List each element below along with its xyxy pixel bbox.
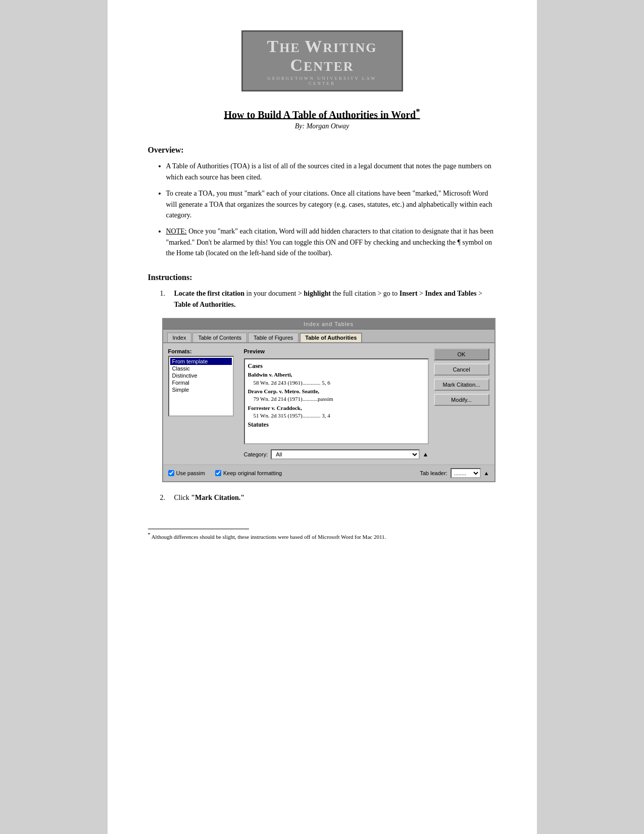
- tab-contents[interactable]: Table of Contents: [192, 333, 247, 342]
- page: THE WRITING CENTER Georgetown University…: [108, 0, 537, 834]
- logo-letter-c: C: [290, 56, 304, 74]
- tab-figures[interactable]: Table of Figures: [248, 333, 299, 342]
- preview-entry-1: Dravo Corp. v. Metro. Seattle, 79 Wn. 2d…: [248, 388, 425, 403]
- byline: By: Morgan Otway: [148, 122, 497, 130]
- category-label: Category:: [244, 451, 268, 457]
- footnote-marker: *: [416, 107, 420, 116]
- format-simple[interactable]: Simple: [170, 386, 232, 393]
- footer-note: * Although differences should be slight,…: [148, 531, 497, 541]
- logo-enter: ENTER: [304, 59, 354, 74]
- bullet-1: A Table of Authorities (TOA) is a list o…: [166, 161, 497, 182]
- dialog-titlebar: Index and Tables: [163, 319, 494, 330]
- category-select[interactable]: All: [271, 449, 419, 459]
- logo-riting: RITING: [323, 40, 377, 55]
- note-label: NOTE:: [166, 227, 187, 235]
- preview-case-2-detail: 51 Wn. 2d 315 (1957)............. 3, 4: [248, 412, 330, 419]
- modify-button[interactable]: Modify...: [434, 394, 489, 406]
- step-2-click: Click: [174, 494, 191, 501]
- step-1-mid4: >: [478, 290, 482, 297]
- preview-case-1-detail: 79 Wn. 2d 214 (1971)...........passim: [248, 396, 333, 402]
- step-2-number: 2.: [160, 492, 174, 503]
- logo-he: HE: [279, 40, 305, 55]
- tab-leader-select[interactable]: ........: [451, 468, 481, 478]
- keep-formatting-group: Keep original formatting: [215, 470, 282, 476]
- dialog-body: Formats: From template Classic Distincti…: [163, 343, 494, 465]
- instructions-header: Instructions:: [148, 273, 497, 282]
- dialog-middle-panel: Preview Cases Baldwin v. Alberti, 58 Wn.…: [244, 348, 429, 459]
- preview-entry-0: Baldwin v. Alberti, 58 Wn. 2d 243 (1961)…: [248, 371, 425, 387]
- keep-formatting-label: Keep original formatting: [223, 470, 282, 476]
- preview-case-0-name: Baldwin v. Alberti,: [248, 372, 292, 378]
- step-1: 1. Locate the first citation in your doc…: [160, 288, 497, 310]
- step-1-mid3: >: [419, 290, 425, 297]
- bullet-2: To create a TOA, you must "mark" each of…: [166, 188, 497, 221]
- formats-label: Formats:: [168, 348, 239, 354]
- mark-citation-button[interactable]: Mark Citation...: [434, 379, 489, 391]
- step-1-index-and: Index and Tables: [425, 290, 476, 297]
- preview-case-1-name: Dravo Corp. v. Metro. Seattle,: [248, 388, 320, 394]
- bullet-3: NOTE: Once you "mark" each citation, Wor…: [166, 226, 497, 259]
- overview-bullets: A Table of Authorities (TOA) is a list o…: [166, 161, 497, 259]
- step-2-mark-citation: "Mark Citation.": [191, 494, 244, 501]
- title-section: How to Build A Table of Authorities in W…: [148, 107, 497, 131]
- logo-letter-w: W: [305, 37, 323, 56]
- logo-container: THE WRITING CENTER Georgetown University…: [148, 30, 497, 91]
- preview-case-0-detail: 58 Wn. 2d 243 (1961)............. 5, 6: [248, 380, 330, 386]
- footer-rule: [148, 529, 249, 529]
- preview-label: Preview: [244, 348, 429, 354]
- category-row: Category: All ▲: [244, 449, 429, 459]
- tab-leader-arrow-icon: ▲: [484, 470, 489, 476]
- use-passim-group: Use passim: [168, 470, 205, 476]
- footer-footnote-star: *: [148, 532, 151, 537]
- overview-header: Overview:: [148, 146, 497, 155]
- tab-authorities[interactable]: Table of Authorities: [300, 333, 362, 342]
- preview-category-cases: Cases: [248, 362, 425, 370]
- logo-letter-t: T: [267, 37, 279, 56]
- instructions-list-2: 2. Click "Mark Citation.": [160, 492, 497, 503]
- preview-entry-2: Forrester v. Craddock, 51 Wn. 2d 315 (19…: [248, 404, 425, 420]
- format-from-template[interactable]: From template: [170, 358, 232, 365]
- category-arrow-icon: ▲: [423, 451, 429, 458]
- format-classic[interactable]: Classic: [170, 365, 232, 372]
- step-1-content: Locate the first citation in your docume…: [174, 288, 497, 310]
- format-distinctive[interactable]: Distinctive: [170, 372, 232, 379]
- use-passim-label: Use passim: [176, 470, 205, 476]
- dialog-formats-panel: Formats: From template Classic Distincti…: [168, 348, 239, 459]
- logo-box: THE WRITING CENTER Georgetown University…: [241, 30, 403, 91]
- bullet-3-text: Once you "mark" each citation, Word will…: [166, 227, 493, 257]
- preview-category-statutes: Statutes: [248, 421, 425, 429]
- dialog-bottom: Use passim Keep original formatting Tab …: [163, 465, 494, 481]
- step-1-locate: Locate the first citation: [174, 290, 245, 297]
- step-1-insert: Insert: [400, 290, 418, 297]
- instructions-list: 1. Locate the first citation in your doc…: [160, 288, 497, 310]
- tab-index[interactable]: Index: [167, 333, 192, 342]
- page-title: How to Build A Table of Authorities in W…: [148, 107, 497, 121]
- step-1-highlight: highlight: [304, 290, 331, 297]
- footer-note-text: Although differences should be slight, t…: [152, 534, 386, 540]
- use-passim-checkbox[interactable]: [168, 470, 174, 476]
- logo-title: THE WRITING CENTER: [255, 37, 389, 75]
- tab-leader-group: Tab leader: ........ ▲: [420, 468, 489, 478]
- step-1-mid2: the full citation > go to: [332, 290, 399, 297]
- formats-listbox[interactable]: From template Classic Distinctive Formal…: [168, 356, 234, 416]
- step-1-toa: Table of Authorities.: [174, 301, 236, 308]
- preview-case-2-name: Forrester v. Craddock,: [248, 405, 302, 411]
- keep-formatting-checkbox[interactable]: [215, 470, 221, 476]
- step-1-number: 1.: [160, 288, 174, 299]
- step-2: 2. Click "Mark Citation.": [160, 492, 497, 503]
- tab-leader-label: Tab leader:: [420, 470, 447, 476]
- ok-button[interactable]: OK: [434, 348, 489, 360]
- step-2-content: Click "Mark Citation.": [174, 492, 497, 503]
- preview-box: Cases Baldwin v. Alberti, 58 Wn. 2d 243 …: [244, 358, 429, 444]
- format-formal[interactable]: Formal: [170, 379, 232, 386]
- dialog-tabs: Index Table of Contents Table of Figures…: [163, 330, 494, 343]
- dialog-buttons-panel: OK Cancel Mark Citation... Modify...: [434, 348, 489, 459]
- logo-subtitle: Georgetown University Law Center: [255, 76, 389, 86]
- cancel-button[interactable]: Cancel: [434, 363, 489, 376]
- index-tables-dialog: Index and Tables Index Table of Contents…: [162, 318, 496, 482]
- step-1-mid1: in your document >: [246, 290, 304, 297]
